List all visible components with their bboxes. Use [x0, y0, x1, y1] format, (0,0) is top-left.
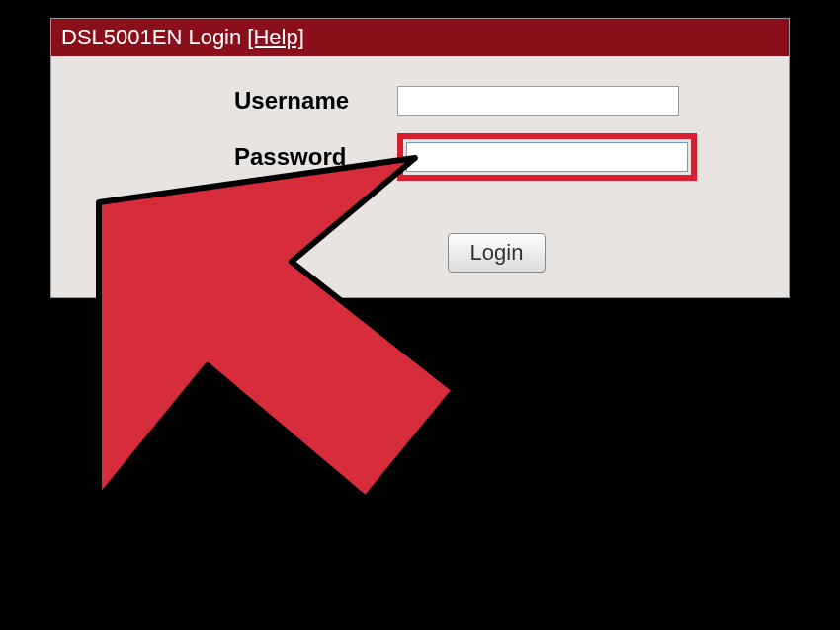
- username-label: Username: [234, 87, 397, 115]
- help-link[interactable]: [Help]: [247, 25, 303, 49]
- username-input[interactable]: [397, 86, 679, 116]
- password-highlight-box: [397, 133, 697, 181]
- password-input[interactable]: [406, 142, 688, 172]
- password-row: Password: [51, 133, 789, 181]
- header-bar: DSL5001EN Login [Help]: [51, 19, 789, 56]
- password-label: Password: [234, 143, 397, 171]
- button-row: Login: [51, 198, 789, 273]
- login-form: Username Password Login: [51, 56, 789, 297]
- login-panel: DSL5001EN Login [Help] Username Password…: [50, 18, 790, 298]
- username-row: Username: [51, 86, 789, 116]
- login-button[interactable]: Login: [448, 233, 546, 273]
- page-title: DSL5001EN Login: [61, 25, 247, 49]
